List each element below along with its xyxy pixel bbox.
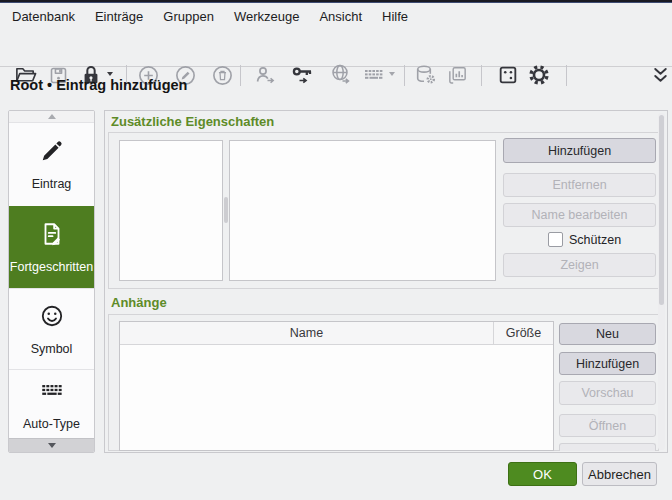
toolbar-overflow-icon[interactable] — [646, 61, 672, 89]
database-settings-icon[interactable] — [412, 61, 440, 89]
ok-button[interactable]: OK — [508, 462, 577, 486]
settings-icon[interactable] — [525, 61, 553, 89]
attachments-table: Name Größe — [119, 321, 554, 451]
toolbar-separator — [566, 65, 567, 86]
panel-scrollbar[interactable] — [658, 113, 665, 450]
attachment-open-button[interactable]: Öffnen — [559, 414, 656, 437]
attachments-table-body[interactable] — [120, 345, 553, 451]
sidebar-item-label: Fortgeschritten — [10, 260, 93, 274]
category-scroll-up[interactable] — [9, 111, 94, 122]
attribute-value-editor[interactable] — [229, 140, 496, 281]
attachment-new-button[interactable]: Neu — [559, 323, 656, 345]
menu-ansicht[interactable]: Ansicht — [309, 6, 372, 27]
cancel-button[interactable]: Abbrechen — [582, 462, 657, 486]
menubar: Datenbank Einträge Gruppen Werkzeuge Ans… — [0, 4, 672, 28]
password-generator-icon[interactable] — [494, 61, 522, 89]
attribute-key-list[interactable] — [119, 140, 223, 281]
toolbar-separator — [240, 65, 241, 86]
sidebar-item-label: Symbol — [31, 342, 73, 356]
copy-username-icon[interactable] — [251, 61, 279, 89]
document-edit-icon — [39, 221, 65, 247]
copy-password-icon[interactable] — [288, 61, 316, 89]
menu-werkzeuge[interactable]: Werkzeuge — [224, 6, 310, 27]
protect-checkbox[interactable] — [548, 232, 563, 247]
attachments-table-header: Name Größe — [120, 322, 553, 345]
attribute-show-button[interactable]: Zeigen — [503, 253, 656, 277]
column-header-size[interactable]: Größe — [494, 322, 553, 344]
sidebar-item-symbol[interactable]: Symbol — [9, 288, 94, 369]
menu-hilfe[interactable]: Hilfe — [372, 6, 418, 27]
menu-eintraege[interactable]: Einträge — [85, 6, 153, 27]
attributes-section-title: Zusätzliche Eigenschaften — [111, 114, 274, 129]
window-top-edge — [0, 0, 672, 3]
delete-entry-icon[interactable] — [208, 61, 236, 89]
menu-datenbank[interactable]: Datenbank — [2, 6, 85, 27]
sidebar-item-fortgeschritten[interactable]: Fortgeschritten — [9, 206, 94, 288]
category-scroll-down[interactable] — [9, 438, 94, 452]
protect-checkbox-label: Schützen — [569, 233, 621, 247]
attribute-add-button[interactable]: Hinzufügen — [503, 138, 656, 163]
advanced-tab-panel: Zusätzliche Eigenschaften Hinzufügen Ent… — [104, 110, 668, 453]
attribute-edit-name-button[interactable]: Name bearbeiten — [503, 203, 656, 227]
attachments-section-title: Anhänge — [111, 295, 167, 310]
toolbar-separator — [404, 65, 405, 86]
attributes-splitter-handle[interactable] — [224, 197, 228, 223]
smiley-icon — [39, 303, 65, 329]
sidebar-item-auto-type[interactable]: Auto-Type — [9, 369, 94, 438]
page-title: Root • Eintrag hinzufügen — [10, 77, 187, 93]
sidebar-item-eintrag[interactable]: Eintrag — [9, 122, 94, 206]
attribute-remove-button[interactable]: Entfernen — [503, 173, 656, 197]
toolbar — [0, 28, 672, 67]
arrow-down-icon — [48, 443, 56, 448]
autotype-dropdown-icon[interactable] — [389, 72, 395, 76]
sidebar-item-label: Eintrag — [32, 177, 72, 191]
lock-dropdown-icon[interactable] — [107, 72, 113, 76]
attachment-preview-button[interactable]: Vorschau — [559, 381, 656, 405]
copy-url-icon[interactable] — [327, 61, 355, 89]
attachment-add-button[interactable]: Hinzufügen — [559, 352, 656, 375]
arrow-up-icon — [48, 114, 56, 119]
attachment-extra-button-partial[interactable] — [559, 443, 656, 451]
autotype-icon[interactable] — [360, 61, 388, 89]
toolbar-separator — [481, 65, 482, 86]
reports-icon[interactable] — [443, 61, 471, 89]
column-header-name[interactable]: Name — [120, 322, 494, 344]
panel-scrollbar-thumb[interactable] — [659, 115, 664, 305]
category-list: Eintrag Fortgeschritten Symbol — [8, 110, 95, 453]
sidebar-item-label: Auto-Type — [23, 417, 80, 431]
menu-gruppen[interactable]: Gruppen — [153, 6, 224, 27]
keepassxc-window: Datenbank Einträge Gruppen Werkzeuge Ans… — [0, 0, 672, 500]
keyboard-icon — [39, 378, 65, 404]
pencil-icon — [39, 139, 64, 164]
